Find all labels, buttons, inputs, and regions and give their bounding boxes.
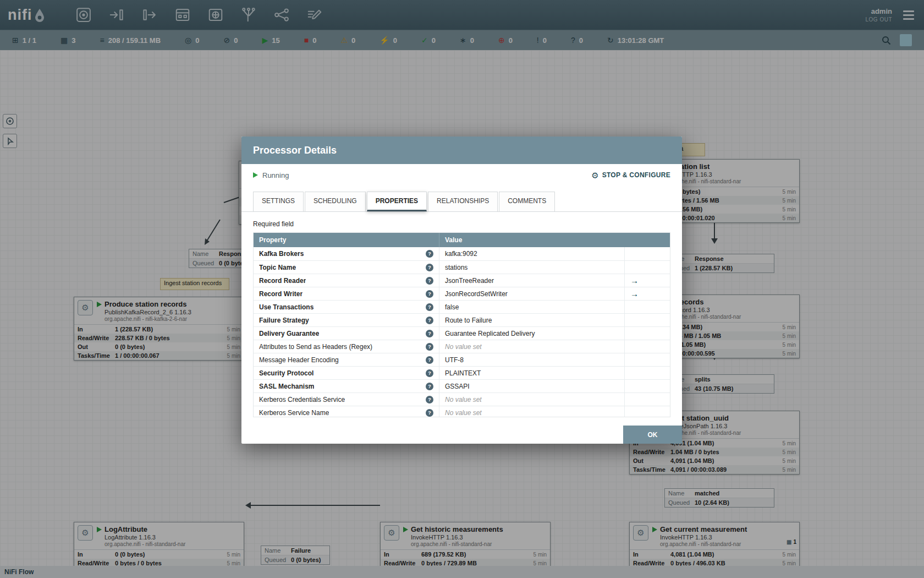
help-icon[interactable]: ? [426,264,433,271]
help-icon[interactable]: ? [426,290,433,298]
tab-relationships[interactable]: RELATIONSHIPS [428,192,498,211]
actions-column-header [624,233,670,247]
property-value: stations [445,264,468,271]
property-row-record-writer: Record Writer? JsonRecordSetWriter → [254,287,670,300]
property-column-header: Property [254,233,439,247]
property-value: No value set [445,409,482,417]
dialog-title: Processor Details [253,145,337,156]
help-icon[interactable]: ? [426,277,433,285]
go-to-service-icon[interactable]: → [630,276,639,285]
help-icon[interactable]: ? [426,317,433,324]
property-row-security-protocol: Security Protocol? PLAINTEXT [254,366,670,379]
properties-table-header: Property Value [254,233,670,247]
property-value: kafka:9092 [445,250,477,258]
property-value: JsonRecordSetWriter [445,290,508,298]
running-status-icon [253,172,258,178]
dialog-header: Processor Details [241,137,682,164]
property-row-failure-strategy: Failure Strategy? Route to Failure [254,313,670,326]
go-to-service-icon[interactable]: → [630,290,639,298]
property-value: No value set [445,343,482,351]
value-column-header: Value [439,233,624,247]
help-icon[interactable]: ? [426,369,433,377]
property-value: PLAINTEXT [445,369,481,377]
stop-and-configure-button[interactable]: ⚙ STOP & CONFIGURE [591,171,670,179]
help-icon[interactable]: ? [426,330,433,337]
properties-table: Property Value Kafka Brokers? kafka:9092… [253,232,670,417]
dialog-tabs: SETTINGS SCHEDULING PROPERTIES RELATIONS… [241,186,682,212]
tab-settings[interactable]: SETTINGS [253,192,304,211]
property-value: Guarantee Replicated Delivery [445,330,535,337]
property-row-attributes-headers-regex: Attributes to Send as Headers (Regex)? N… [254,340,670,353]
dialog-status-row: Running ⚙ STOP & CONFIGURE [241,164,682,186]
processor-details-dialog: Processor Details Running ⚙ STOP & CONFI… [241,137,682,444]
tab-properties[interactable]: PROPERTIES [367,192,427,211]
property-row-kerberos-service-name: Kerberos Service Name? No value set [254,406,670,417]
help-icon[interactable]: ? [426,250,433,258]
property-row-sasl-mechanism: SASL Mechanism? GSSAPI [254,379,670,392]
property-row-use-transactions: Use Transactions? false [254,300,670,313]
tab-scheduling[interactable]: SCHEDULING [305,192,366,211]
property-row-kafka-brokers: Kafka Brokers? kafka:9092 [254,247,670,260]
help-icon[interactable]: ? [426,383,433,390]
property-row-message-header-encoding: Message Header Encoding? UTF-8 [254,353,670,366]
help-icon[interactable]: ? [426,343,433,351]
property-row-topic-name: Topic Name? stations [254,260,670,274]
property-row-delivery-guarantee: Delivery Guarantee? Guarantee Replicated… [254,326,670,340]
help-icon[interactable]: ? [426,409,433,417]
property-row-kerberos-credentials-service: Kerberos Credentials Service? No value s… [254,392,670,406]
run-status-text: Running [262,171,289,179]
properties-table-body: Kafka Brokers? kafka:9092 Topic Name? st… [254,247,670,417]
help-icon[interactable]: ? [426,356,433,364]
help-icon[interactable]: ? [426,396,433,403]
property-value: UTF-8 [445,356,464,364]
gear-icon: ⚙ [591,171,598,179]
property-value: JsonTreeReader [445,277,494,285]
property-value: false [445,303,459,311]
tab-comments[interactable]: COMMENTS [499,192,555,211]
property-value: No value set [445,396,482,403]
ok-button[interactable]: OK [623,426,682,444]
help-icon[interactable]: ? [426,303,433,311]
required-field-note: Required field [253,220,670,228]
property-row-record-reader: Record Reader? JsonTreeReader → [254,274,670,287]
property-value: GSSAPI [445,383,470,390]
property-value: Route to Failure [445,317,492,324]
